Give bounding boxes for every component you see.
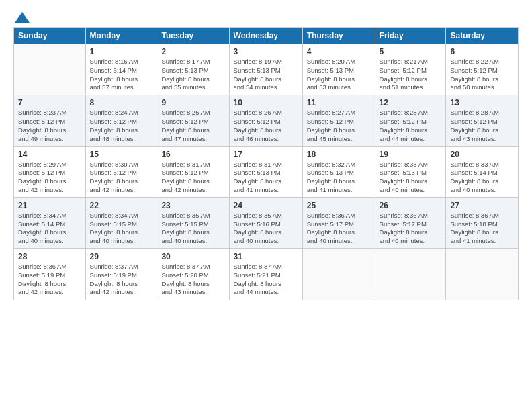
day-info: Sunrise: 8:22 AMSunset: 5:12 PMDaylight:… [450, 58, 514, 92]
day-info: Sunrise: 8:36 AMSunset: 5:17 PMDaylight:… [380, 212, 442, 246]
day-info: Sunrise: 8:31 AMSunset: 5:12 PMDaylight:… [161, 161, 224, 195]
day-info: Sunrise: 8:20 AMSunset: 5:13 PMDaylight:… [307, 58, 371, 92]
calendar-cell: 20Sunrise: 8:33 AMSunset: 5:14 PMDayligh… [446, 146, 519, 197]
calendar-cell: 29Sunrise: 8:37 AMSunset: 5:19 PMDayligh… [85, 249, 157, 300]
day-number: 4 [307, 47, 371, 56]
calendar-cell: 25Sunrise: 8:36 AMSunset: 5:17 PMDayligh… [302, 197, 375, 248]
page: SundayMondayTuesdayWednesdayThursdayFrid… [0, 0, 532, 411]
day-info: Sunrise: 8:34 AMSunset: 5:15 PMDaylight:… [90, 212, 153, 246]
day-number: 8 [90, 98, 153, 107]
calendar-cell: 10Sunrise: 8:26 AMSunset: 5:12 PMDayligh… [229, 95, 302, 146]
day-number: 2 [161, 47, 224, 56]
calendar-cell: 5Sunrise: 8:21 AMSunset: 5:12 PMDaylight… [375, 44, 446, 95]
day-number: 9 [161, 98, 224, 107]
calendar-cell: 26Sunrise: 8:36 AMSunset: 5:17 PMDayligh… [375, 197, 446, 248]
day-number: 3 [234, 47, 298, 56]
calendar: SundayMondayTuesdayWednesdayThursdayFrid… [13, 27, 519, 300]
day-number: 24 [234, 201, 298, 210]
day-number: 29 [90, 252, 153, 261]
calendar-cell: 23Sunrise: 8:35 AMSunset: 5:15 PMDayligh… [157, 197, 229, 248]
weekday-header: Friday [375, 28, 446, 44]
calendar-cell: 27Sunrise: 8:36 AMSunset: 5:18 PMDayligh… [446, 197, 519, 248]
day-number: 19 [380, 150, 442, 159]
weekday-header: Wednesday [229, 28, 302, 44]
day-number: 22 [90, 201, 153, 210]
calendar-cell: 9Sunrise: 8:25 AMSunset: 5:12 PMDaylight… [157, 95, 229, 146]
calendar-cell: 19Sunrise: 8:33 AMSunset: 5:13 PMDayligh… [375, 146, 446, 197]
weekday-header: Saturday [446, 28, 519, 44]
day-info: Sunrise: 8:17 AMSunset: 5:13 PMDaylight:… [161, 58, 224, 92]
day-number: 27 [450, 201, 514, 210]
day-number: 15 [90, 150, 153, 159]
calendar-cell: 4Sunrise: 8:20 AMSunset: 5:13 PMDaylight… [302, 44, 375, 95]
day-number: 12 [380, 98, 442, 107]
day-info: Sunrise: 8:29 AMSunset: 5:12 PMDaylight:… [18, 161, 81, 195]
calendar-cell: 31Sunrise: 8:37 AMSunset: 5:21 PMDayligh… [229, 249, 302, 300]
weekday-header: Sunday [14, 28, 86, 44]
calendar-cell: 17Sunrise: 8:31 AMSunset: 5:13 PMDayligh… [229, 146, 302, 197]
day-number: 25 [307, 201, 371, 210]
day-number: 28 [18, 252, 81, 261]
calendar-cell: 21Sunrise: 8:34 AMSunset: 5:14 PMDayligh… [14, 197, 86, 248]
calendar-cell: 24Sunrise: 8:35 AMSunset: 5:16 PMDayligh… [229, 197, 302, 248]
day-info: Sunrise: 8:34 AMSunset: 5:14 PMDaylight:… [18, 212, 81, 246]
day-number: 7 [18, 98, 81, 107]
day-info: Sunrise: 8:25 AMSunset: 5:12 PMDaylight:… [161, 109, 224, 143]
day-info: Sunrise: 8:21 AMSunset: 5:12 PMDaylight:… [380, 58, 442, 92]
day-info: Sunrise: 8:36 AMSunset: 5:18 PMDaylight:… [450, 212, 514, 246]
day-number: 6 [450, 47, 514, 56]
day-number: 17 [234, 150, 298, 159]
calendar-cell: 12Sunrise: 8:28 AMSunset: 5:12 PMDayligh… [375, 95, 446, 146]
day-number: 11 [307, 98, 371, 107]
day-info: Sunrise: 8:31 AMSunset: 5:13 PMDaylight:… [234, 161, 298, 195]
header [13, 12, 519, 20]
day-info: Sunrise: 8:24 AMSunset: 5:12 PMDaylight:… [90, 109, 153, 143]
day-number: 30 [161, 252, 224, 261]
day-info: Sunrise: 8:36 AMSunset: 5:19 PMDaylight:… [18, 263, 81, 297]
calendar-cell: 7Sunrise: 8:23 AMSunset: 5:12 PMDaylight… [14, 95, 86, 146]
day-info: Sunrise: 8:37 AMSunset: 5:20 PMDaylight:… [161, 263, 224, 297]
weekday-header: Monday [85, 28, 157, 44]
calendar-cell: 11Sunrise: 8:27 AMSunset: 5:12 PMDayligh… [302, 95, 375, 146]
day-info: Sunrise: 8:16 AMSunset: 5:14 PMDaylight:… [90, 58, 153, 92]
svg-marker-0 [15, 12, 30, 23]
day-info: Sunrise: 8:35 AMSunset: 5:15 PMDaylight:… [161, 212, 224, 246]
calendar-cell: 28Sunrise: 8:36 AMSunset: 5:19 PMDayligh… [14, 249, 86, 300]
day-info: Sunrise: 8:37 AMSunset: 5:21 PMDaylight:… [234, 263, 298, 297]
calendar-cell: 2Sunrise: 8:17 AMSunset: 5:13 PMDaylight… [157, 44, 229, 95]
calendar-cell: 1Sunrise: 8:16 AMSunset: 5:14 PMDaylight… [85, 44, 157, 95]
logo-icon [15, 12, 30, 23]
day-info: Sunrise: 8:33 AMSunset: 5:14 PMDaylight:… [450, 161, 514, 195]
day-info: Sunrise: 8:30 AMSunset: 5:12 PMDaylight:… [90, 161, 153, 195]
day-info: Sunrise: 8:23 AMSunset: 5:12 PMDaylight:… [18, 109, 81, 143]
day-info: Sunrise: 8:28 AMSunset: 5:12 PMDaylight:… [380, 109, 442, 143]
day-number: 23 [161, 201, 224, 210]
day-info: Sunrise: 8:27 AMSunset: 5:12 PMDaylight:… [307, 109, 371, 143]
day-number: 18 [307, 150, 371, 159]
calendar-cell: 30Sunrise: 8:37 AMSunset: 5:20 PMDayligh… [157, 249, 229, 300]
weekday-header: Thursday [302, 28, 375, 44]
day-info: Sunrise: 8:37 AMSunset: 5:19 PMDaylight:… [90, 263, 153, 297]
calendar-cell [302, 249, 375, 300]
day-info: Sunrise: 8:26 AMSunset: 5:12 PMDaylight:… [234, 109, 298, 143]
calendar-cell: 16Sunrise: 8:31 AMSunset: 5:12 PMDayligh… [157, 146, 229, 197]
calendar-cell [375, 249, 446, 300]
calendar-cell: 3Sunrise: 8:19 AMSunset: 5:13 PMDaylight… [229, 44, 302, 95]
day-number: 20 [450, 150, 514, 159]
calendar-cell [14, 44, 86, 95]
calendar-cell: 6Sunrise: 8:22 AMSunset: 5:12 PMDaylight… [446, 44, 519, 95]
day-number: 1 [90, 47, 153, 56]
day-info: Sunrise: 8:32 AMSunset: 5:13 PMDaylight:… [307, 161, 371, 195]
calendar-cell: 8Sunrise: 8:24 AMSunset: 5:12 PMDaylight… [85, 95, 157, 146]
day-number: 31 [234, 252, 298, 261]
weekday-header: Tuesday [157, 28, 229, 44]
day-number: 5 [380, 47, 442, 56]
day-info: Sunrise: 8:35 AMSunset: 5:16 PMDaylight:… [234, 212, 298, 246]
logo [13, 12, 30, 20]
day-number: 13 [450, 98, 514, 107]
day-info: Sunrise: 8:19 AMSunset: 5:13 PMDaylight:… [234, 58, 298, 92]
calendar-cell: 15Sunrise: 8:30 AMSunset: 5:12 PMDayligh… [85, 146, 157, 197]
day-info: Sunrise: 8:28 AMSunset: 5:12 PMDaylight:… [450, 109, 514, 143]
day-number: 21 [18, 201, 81, 210]
calendar-cell: 18Sunrise: 8:32 AMSunset: 5:13 PMDayligh… [302, 146, 375, 197]
